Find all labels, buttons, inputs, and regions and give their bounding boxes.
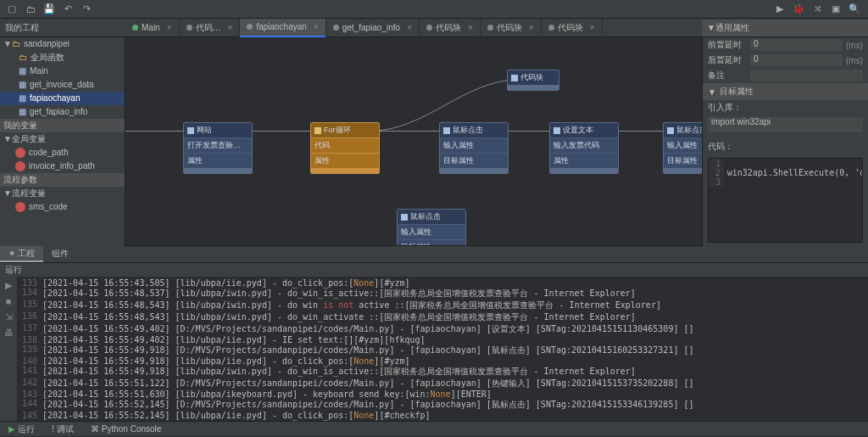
var-item-code_path[interactable]: code_path (0, 146, 125, 160)
sidebar-title: 我的工程 (0, 22, 125, 34)
var-item-全局变量[interactable]: ▼全局变量 (0, 132, 125, 146)
tab-component[interactable]: 组件 (43, 246, 77, 262)
editor-tab-1[interactable]: 代码…× (180, 19, 241, 37)
target-props-title: 目标属性 (720, 86, 754, 98)
remark-input[interactable] (750, 70, 863, 81)
log-line: 143[2021-04-15 16:55:51,630] [lib/ubpa/i… (17, 389, 868, 399)
run-icon[interactable]: ▶ (771, 1, 788, 18)
log-line: 134[2021-04-15 16:55:48,537] [lib/ubpa/i… (17, 288, 868, 300)
redo-icon[interactable]: ↷ (78, 1, 95, 18)
project-root[interactable]: ▼🗀sandanpipei (0, 37, 125, 51)
build-icon[interactable]: ▣ (827, 1, 844, 18)
log-line: 133[2021-04-15 16:55:43,505] [lib/ubpa/i… (17, 278, 868, 288)
bottom-run[interactable]: ▶运行 (3, 423, 40, 435)
tree-item-Main[interactable]: ▦Main (0, 64, 125, 78)
var-item-invoice_info_path[interactable]: invoice_info_path (0, 160, 125, 173)
node-website[interactable]: 网站 打开发票查验… 属性 (183, 122, 253, 174)
import-label: 引入库： (708, 102, 750, 114)
log-line: 138[2021-04-15 16:55:49,402] [lib/ubpa/i… (17, 335, 868, 345)
tab-project[interactable]: ✶ 工程 (0, 246, 43, 262)
close-icon[interactable]: × (314, 22, 319, 31)
post-delay-input[interactable]: 0 (750, 54, 843, 66)
log-line: 145[2021-04-15 16:55:52,145] [lib/ubpa/i… (17, 411, 868, 420)
flow-canvas[interactable]: 网站 打开发票查验… 属性 For循环 代码 属性 代码块 鼠标点击 输入属性 … (125, 37, 702, 246)
properties-panel: 前置延时0(ms) 后置延时0(ms) 备注 ▼目标属性 引入库： import… (702, 37, 868, 246)
close-icon[interactable]: × (167, 23, 172, 32)
log-line: 146[2021-04-15 16:55:52,145] [lib/ubpa/i… (17, 420, 868, 421)
editor-tab-4[interactable]: 代码块× (420, 19, 481, 37)
lower-panel-tabs: ✶ 工程 组件 (0, 246, 868, 263)
rerun-icon[interactable]: ▶ (5, 280, 12, 291)
tree-item-get_invoice_data[interactable]: ▦get_invoice_data (0, 78, 125, 92)
log-line: 139[2021-04-15 16:55:49,918] [D:/MVS/Pro… (17, 345, 868, 356)
close-icon[interactable]: × (407, 23, 412, 32)
save-icon[interactable]: 💾 (41, 1, 58, 18)
general-props-title: 通用属性 (715, 23, 749, 32)
editor-tab-bar: 我的工程 Main×代码…×fapiaochayan×get_fapiao_in… (0, 19, 868, 37)
editor-tab-6[interactable]: 代码块× (542, 19, 603, 37)
pre-delay-label: 前置延时 (708, 39, 750, 51)
tree-item-全局函数[interactable]: 🗀全局函数 (0, 51, 125, 64)
scroll-icon[interactable]: ⇲ (5, 311, 13, 322)
stop-icon[interactable]: ■ (6, 296, 12, 306)
node-click-3[interactable]: 鼠标点击 输入属性 目标属性 (397, 209, 466, 246)
tree-item-get_fapiao_info[interactable]: ▦get_fapiao_info (0, 105, 125, 119)
bottom-python-console[interactable]: ⌘ Python Console (86, 424, 167, 434)
log-line: 136[2021-04-15 16:55:48,543] [lib/ubpa/i… (17, 311, 868, 323)
undo-icon[interactable]: ↶ (59, 1, 76, 18)
log-line: 144[2021-04-15 16:55:52,145] [D:/MVS/Pro… (17, 399, 868, 411)
my-variables-section: 我的变量 (0, 119, 125, 132)
console-output: ▶ ■ ⇲ 🖶 133[2021-04-15 16:55:43,505] [li… (0, 277, 868, 421)
close-icon[interactable]: × (228, 23, 233, 32)
log-line: 141[2021-04-15 16:55:49,918] [lib/ubpa/i… (17, 366, 868, 378)
close-icon[interactable]: × (529, 23, 534, 32)
log-line: 137[2021-04-15 16:55:49,402] [D:/MVS/Pro… (17, 323, 868, 335)
tree-item-fapiaochayan[interactable]: ▦fapiaochayan (0, 92, 125, 105)
node-for-loop[interactable]: For循环 代码 属性 (310, 122, 380, 174)
run-panel-header: 运行 (0, 263, 868, 277)
print-icon[interactable]: 🖶 (4, 328, 14, 338)
close-icon[interactable]: × (468, 23, 473, 32)
node-code-block[interactable]: 代码块 (507, 70, 559, 91)
editor-tab-2[interactable]: fapiaochayan× (240, 19, 326, 37)
flow-params-section: 流程参数 (0, 173, 125, 187)
console-gutter: ▶ ■ ⇲ 🖶 (0, 277, 17, 421)
close-icon[interactable]: × (590, 23, 595, 32)
log-line: 142[2021-04-15 16:55:51,122] [D:/MVS/Pro… (17, 378, 868, 389)
editor-tab-5[interactable]: 代码块× (481, 19, 542, 37)
import-input[interactable]: import win32api (708, 117, 863, 132)
debug-icon[interactable]: 🐞 (790, 1, 807, 18)
code-label: 代码： (708, 141, 750, 153)
project-tree: ▼🗀sandanpipei 🗀全局函数▦Main▦get_invoice_dat… (0, 37, 125, 246)
top-toolbar: ▢ 🗀 💾 ↶ ↷ ▶ 🐞 ⤭ ▣ 🔍 (0, 0, 868, 19)
search-icon[interactable]: 🔍 (846, 1, 863, 18)
open-icon[interactable]: 🗀 (22, 1, 39, 18)
new-icon[interactable]: ▢ (3, 1, 20, 18)
node-click-1[interactable]: 鼠标点击 输入属性 目标属性 (439, 122, 509, 174)
var-item-sms_code[interactable]: sms_code (0, 200, 125, 214)
post-delay-label: 后置延时 (708, 54, 750, 66)
bottom-debug[interactable]: ! 调试 (47, 423, 79, 435)
remark-label: 备注 (708, 70, 750, 81)
bottom-bar: ▶运行 ! 调试 ⌘ Python Console (0, 421, 868, 436)
pre-delay-input[interactable]: 0 (750, 39, 843, 51)
node-click-2[interactable]: 鼠标点击 输入属性 目标属性 (663, 122, 702, 174)
node-set-text[interactable]: 设置文本 输入发票代码 属性 (549, 122, 619, 174)
var-item-流程变量[interactable]: ▼流程变量 (0, 187, 125, 200)
step-icon[interactable]: ⤭ (809, 1, 826, 18)
editor-tab-0[interactable]: Main× (125, 19, 180, 37)
log-line: 140[2021-04-15 16:55:49,918] [lib/ubpa/i… (17, 356, 868, 366)
editor-tab-3[interactable]: get_fapiao_info× (326, 19, 420, 37)
log-line: 135[2021-04-15 16:55:48,543] [lib/ubpa/i… (17, 300, 868, 311)
code-editor[interactable]: 1 2win32api.ShellExecute(0, 'o 3 (708, 158, 863, 243)
